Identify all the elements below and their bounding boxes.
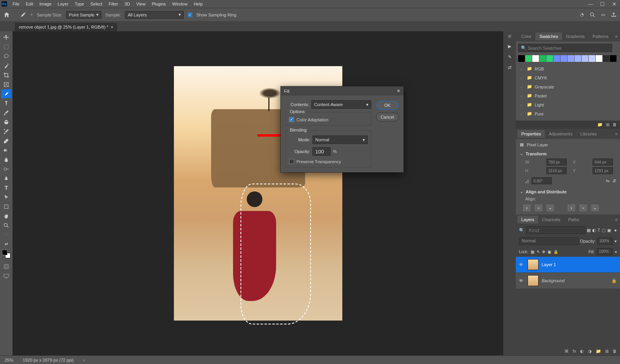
move-tool[interactable] <box>1 33 11 42</box>
link-layers-icon[interactable]: ⌘ <box>564 349 569 354</box>
swatch[interactable] <box>610 55 616 62</box>
flip-h-icon[interactable]: ⇋ <box>606 178 609 184</box>
history-brush-tool[interactable] <box>1 127 11 136</box>
layer-visibility-icon[interactable]: 👁 <box>519 278 524 283</box>
dialog-close-icon[interactable]: ✕ <box>397 88 400 94</box>
menu-3d[interactable]: 3D <box>121 1 133 7</box>
transform-y-input[interactable] <box>593 167 613 174</box>
transform-h-input[interactable] <box>546 167 567 174</box>
dodge-tool[interactable] <box>1 164 11 173</box>
paths-tab[interactable]: Paths <box>564 216 583 223</box>
angle-input[interactable] <box>531 177 552 184</box>
new-swatch-icon[interactable]: ⊞ <box>606 122 609 127</box>
blend-mode-dropdown[interactable]: Normal <box>519 237 578 245</box>
share-icon[interactable] <box>611 12 617 18</box>
close-button[interactable]: ✕ <box>608 0 620 8</box>
new-fill-icon[interactable]: ◑ <box>588 349 592 354</box>
panel-menu-icon[interactable]: ≡ <box>615 34 620 39</box>
document-info[interactable]: 1920 px x 2879 px (72 ppi) <box>23 358 74 362</box>
swatch[interactable] <box>539 55 546 62</box>
filter-smart-icon[interactable]: ▣ <box>607 228 611 233</box>
sample-dropdown[interactable]: All Layers▾ <box>125 11 184 19</box>
swatch[interactable] <box>575 55 581 62</box>
swatch[interactable] <box>589 55 595 62</box>
filter-type-icon[interactable]: T <box>598 228 600 232</box>
screen-mode-tool[interactable] <box>1 271 11 280</box>
align-distribute-heading[interactable]: ⌄Align and Distribute <box>520 189 616 194</box>
lasso-tool[interactable] <box>1 52 11 61</box>
close-tab-icon[interactable]: × <box>111 25 113 29</box>
filter-shape-icon[interactable]: ▢ <box>602 228 606 233</box>
align-left-button[interactable]: ⫞ <box>523 204 531 211</box>
align-center-v-button[interactable]: ⫟ <box>579 204 587 211</box>
search-swatches-input[interactable]: 🔍 Search Swatches <box>518 44 612 52</box>
filter-adjustment-icon[interactable]: ◐ <box>592 228 596 233</box>
preserve-transparency-checkbox[interactable] <box>289 159 294 164</box>
menu-edit[interactable]: Edit <box>23 1 36 7</box>
document-tab[interactable]: remove object 1.jpg @ 25% (Layer 1, RGB/… <box>15 23 117 31</box>
mode-dropdown[interactable]: Normal▾ <box>313 135 368 144</box>
maximize-button[interactable]: ☐ <box>597 0 608 8</box>
menu-filter[interactable]: Filter <box>105 1 121 7</box>
color-adaptation-checkbox[interactable]: ✓ <box>289 117 294 122</box>
menu-view[interactable]: View <box>133 1 149 7</box>
show-sampling-ring-checkbox[interactable]: ✓ <box>188 13 192 17</box>
adjustments-panel-icon[interactable]: ⇄ <box>508 65 512 70</box>
transform-w-input[interactable] <box>546 159 567 166</box>
align-right-button[interactable]: ⫠ <box>546 204 554 211</box>
panel-menu-icon[interactable]: ≡ <box>615 132 620 136</box>
type-tool[interactable]: T <box>1 183 11 192</box>
path-selection-tool[interactable] <box>1 193 11 202</box>
layer-fx-icon[interactable]: fx <box>573 349 576 354</box>
eyedropper-tool[interactable] <box>1 89 11 98</box>
menu-select[interactable]: Select <box>87 1 106 7</box>
canvas-area[interactable] <box>13 31 503 355</box>
blur-tool[interactable] <box>1 155 11 164</box>
hand-tool[interactable] <box>1 211 11 220</box>
eyedropper-tool-icon[interactable] <box>19 11 27 19</box>
swatch[interactable] <box>532 55 539 62</box>
gradient-tool[interactable] <box>1 146 11 155</box>
zoom-tool[interactable] <box>1 221 11 230</box>
magic-wand-tool[interactable] <box>1 61 11 70</box>
menu-image[interactable]: Image <box>36 1 55 7</box>
clone-stamp-tool[interactable] <box>1 117 11 126</box>
eraser-tool[interactable] <box>1 136 11 145</box>
menu-window[interactable]: Window <box>169 1 191 7</box>
panel-menu-icon[interactable]: ≡ <box>615 217 620 222</box>
swatch[interactable] <box>546 55 553 62</box>
marquee-tool[interactable] <box>1 42 11 51</box>
opacity-input[interactable] <box>313 147 331 156</box>
transform-x-input[interactable] <box>593 159 613 166</box>
lock-paint-icon[interactable]: ✎ <box>537 250 540 254</box>
layer-row[interactable]: 👁 Layer 1 <box>516 257 620 273</box>
opacity-dropdown-icon[interactable]: ▾ <box>615 239 617 244</box>
libraries-tab[interactable]: Libraries <box>577 130 601 138</box>
align-top-button[interactable]: ⫞ <box>568 204 575 211</box>
swatch[interactable] <box>603 55 609 62</box>
contents-dropdown[interactable]: Content-Aware▾ <box>311 100 371 109</box>
lock-all-icon[interactable]: 🔒 <box>553 250 558 254</box>
properties-tab[interactable]: Properties <box>517 130 545 138</box>
delete-layer-icon[interactable]: 🗑 <box>613 349 617 354</box>
folder-grayscale[interactable]: ›📁Grayscale <box>518 82 618 91</box>
shape-tool[interactable] <box>1 202 11 211</box>
quick-mask-tool[interactable] <box>1 262 11 271</box>
menu-type[interactable]: Type <box>72 1 87 7</box>
cancel-button[interactable]: Cancel <box>376 113 399 121</box>
swatch[interactable] <box>525 55 532 62</box>
folder-pastel[interactable]: ›📁Pastel <box>518 91 618 100</box>
cloud-icon[interactable]: ◔ <box>580 12 584 17</box>
swatches-tab[interactable]: Swatches <box>535 32 562 40</box>
history-panel-icon[interactable]: ⎚ <box>508 34 511 38</box>
folder-rgb[interactable]: ›📁RGB <box>518 64 618 73</box>
patterns-tab[interactable]: Patterns <box>589 32 613 40</box>
new-group-icon[interactable]: 📁 <box>596 349 601 354</box>
fill-input[interactable]: 100% <box>597 248 613 255</box>
lock-artboard-icon[interactable]: ▣ <box>548 250 551 254</box>
minimize-button[interactable]: — <box>585 0 597 8</box>
delete-swatch-icon[interactable]: 🗑 <box>613 122 617 127</box>
swatch[interactable] <box>568 55 574 62</box>
swatch[interactable] <box>560 55 567 62</box>
search-icon[interactable] <box>589 12 596 18</box>
